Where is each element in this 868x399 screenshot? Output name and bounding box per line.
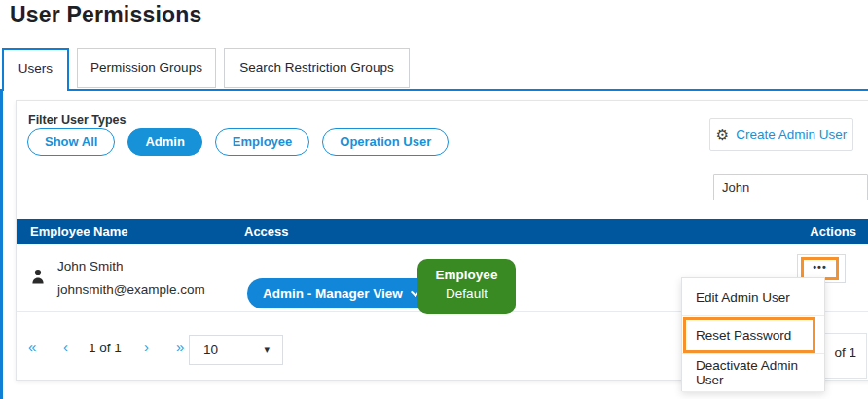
filter-pill-admin[interactable]: Admin [127,128,201,156]
column-employee-name: Employee Name [30,224,127,238]
create-admin-user-button[interactable]: ⚙ Create Admin User [709,118,853,151]
column-access: Access [244,224,289,238]
prev-page-button[interactable]: ‹ [63,338,68,357]
badge-subtitle: Default [417,286,516,301]
badge-title: Employee [417,268,516,282]
filter-pill-employee[interactable]: Employee [215,128,309,156]
menu-item-reset-password[interactable]: Reset Password [682,316,824,354]
range-indicator: of 1 [834,345,856,360]
page-size-value: 10 [203,343,218,357]
filter-pills: Show All Admin Employee Operation User [27,128,449,156]
first-page-button[interactable]: « [28,338,36,357]
page-size-select[interactable]: 10 ▾ [189,335,283,365]
filter-pill-operation-user[interactable]: Operation User [322,128,449,156]
employee-name: John Smith [57,255,205,278]
access-dropdown[interactable]: Admin - Manager View [247,278,433,308]
create-admin-user-label: Create Admin User [736,127,847,142]
filter-pill-show-all[interactable]: Show All [27,128,115,156]
user-permissions-page: User Permissions Users Permission Groups… [0,0,868,399]
last-page-button[interactable]: » [176,338,184,357]
gear-icon: ⚙ [716,127,729,142]
menu-item-deactivate-admin-user[interactable]: Deactivate Admin User [682,354,824,392]
employee-default-badge: Employee Default [417,259,516,314]
tab-users[interactable]: Users [2,48,69,91]
filter-user-types-label: Filter User Types [28,113,127,127]
tab-permission-groups[interactable]: Permission Groups [77,48,216,88]
access-dropdown-label: Admin - Manager View [263,286,403,301]
search-input[interactable] [713,174,868,200]
page-title: User Permissions [10,2,202,28]
page-indicator: 1 of 1 [89,341,122,355]
table-header: Employee Name Access Actions [17,219,868,244]
chevron-down-icon: ▾ [264,344,270,356]
row-actions-context-menu: Edit Admin User Reset Password Deactivat… [681,277,825,391]
person-icon [31,269,45,288]
tab-bar: Users Permission Groups Search Restricti… [2,48,410,91]
employee-name-block: John Smith johnsmith@example.com [57,255,205,302]
menu-item-edit-admin-user[interactable]: Edit Admin User [682,278,824,316]
column-actions: Actions [810,224,856,238]
next-page-button[interactable]: › [144,338,149,357]
employee-email: johnsmith@example.com [57,278,205,302]
ellipsis-icon: ••• [813,262,827,276]
tab-search-restriction-groups[interactable]: Search Restriction Groups [224,48,410,88]
